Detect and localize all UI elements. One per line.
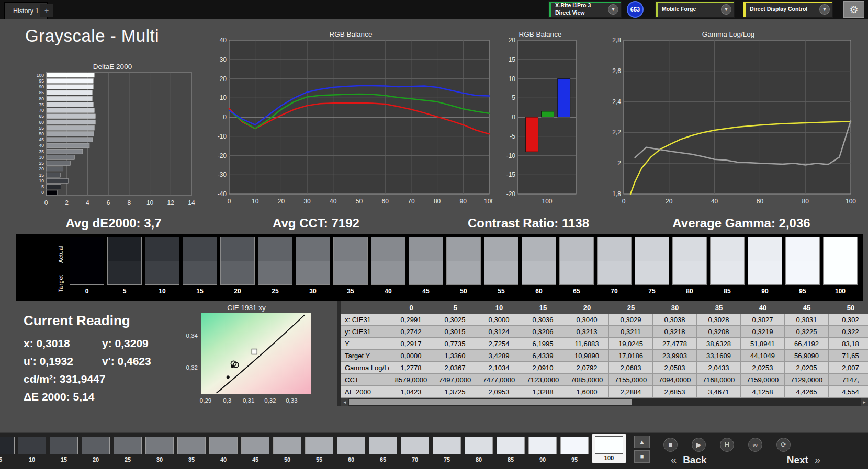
rgb-balance-line-chart: 0102030405060708090100-40-30-20-10010203… bbox=[208, 38, 493, 208]
pattern-level-button-85[interactable]: 85 bbox=[497, 437, 525, 463]
table-cell: 2,0792 bbox=[565, 362, 609, 374]
reading-count-badge[interactable]: 653 bbox=[627, 1, 644, 18]
table-cell: 7129,0000 bbox=[785, 374, 829, 386]
pattern-level-button-90[interactable]: 90 bbox=[528, 437, 557, 463]
pattern-level-button-30[interactable]: 30 bbox=[145, 437, 174, 463]
swatch-level-label: 70 bbox=[597, 288, 632, 295]
pattern-level-button-40[interactable]: 40 bbox=[209, 437, 238, 463]
table-row[interactable]: Y0,29170,77352,72546,199511,688319,02452… bbox=[341, 338, 868, 350]
workflow-accent-topline bbox=[656, 2, 734, 3]
avg-de2000-stat: Avg dE2000: 3,7 bbox=[65, 216, 161, 231]
back-chevrons-icon[interactable]: « bbox=[671, 454, 677, 466]
swatch-level-label: 45 bbox=[409, 288, 443, 295]
svg-text:95: 95 bbox=[39, 78, 44, 84]
pattern-level-button-60[interactable]: 60 bbox=[337, 437, 365, 463]
pattern-level-label: 85 bbox=[497, 456, 525, 463]
table-scrollbar[interactable]: ◄ ► bbox=[341, 398, 868, 406]
svg-text:-40: -40 bbox=[218, 190, 227, 198]
pattern-level-button-5[interactable]: 5 bbox=[0, 437, 15, 463]
table-column-header: 35 bbox=[697, 301, 741, 314]
table-cell: 2,0953 bbox=[477, 386, 521, 398]
scroll-up-button[interactable]: ▲ bbox=[634, 436, 650, 448]
table-cell: 0,2742 bbox=[389, 326, 433, 338]
pattern-level-button-50[interactable]: 50 bbox=[273, 437, 301, 463]
table-cell: 0,3225 bbox=[785, 326, 829, 338]
table-row-label: x: CIE31 bbox=[341, 314, 389, 326]
pattern-level-button-80[interactable]: 80 bbox=[465, 437, 493, 463]
table-cell: 0,3036 bbox=[521, 314, 565, 326]
pattern-level-button-75[interactable]: 75 bbox=[433, 437, 461, 463]
chevron-down-icon[interactable]: ▼ bbox=[608, 4, 618, 15]
pattern-level-button-55[interactable]: 55 bbox=[305, 437, 333, 463]
table-row[interactable]: CCT8579,00007497,00007477,00007123,00007… bbox=[341, 374, 868, 386]
stop-button[interactable]: ■ bbox=[663, 438, 678, 452]
pattern-level-button-70[interactable]: 70 bbox=[401, 437, 429, 463]
svg-text:0: 0 bbox=[228, 198, 231, 205]
pattern-level-button-65[interactable]: 65 bbox=[369, 437, 397, 463]
reading-y: y: 0,3209 bbox=[102, 337, 149, 350]
pattern-level-button-25[interactable]: 25 bbox=[114, 437, 142, 463]
grayscale-swatch-50: 50 bbox=[446, 237, 481, 301]
table-cell: 83,18 bbox=[829, 338, 868, 350]
scrollbar-thumb[interactable] bbox=[349, 399, 632, 405]
svg-text:0: 0 bbox=[223, 113, 227, 121]
table-row-label: CCT bbox=[341, 374, 389, 386]
pattern-level-label: 40 bbox=[209, 456, 238, 463]
grayscale-swatch-65: 65 bbox=[559, 237, 594, 301]
pattern-toolbar: 5101520253035404550556065707580859095100… bbox=[0, 432, 868, 469]
workflow-name: Mobile Forge bbox=[662, 6, 696, 13]
pattern-level-button-10[interactable]: 10 bbox=[18, 437, 46, 463]
table-cell: 19,0245 bbox=[609, 338, 653, 350]
pattern-level-label: 30 bbox=[145, 456, 174, 463]
pattern-level-button-45[interactable]: 45 bbox=[241, 437, 269, 463]
table-cell: 8579,0000 bbox=[389, 374, 433, 386]
svg-text:-10: -10 bbox=[218, 133, 227, 140]
table-row[interactable]: y: CIE310,27420,30150,31240,32060,32130,… bbox=[341, 326, 868, 338]
play-button[interactable]: ▶ bbox=[692, 438, 706, 452]
swatch-level-label: 20 bbox=[220, 288, 255, 295]
settings-button[interactable]: ⚙ bbox=[843, 1, 864, 18]
chevron-down-icon[interactable]: ▼ bbox=[819, 4, 830, 15]
table-row[interactable]: Target Y0,00001,33603,42896,433910,98901… bbox=[341, 350, 868, 362]
table-row[interactable]: Gamma Log/Log1,27782,03672,10342,09102,0… bbox=[341, 362, 868, 374]
svg-text:15: 15 bbox=[509, 56, 516, 63]
table-row[interactable]: x: CIE310,29910,30250,30000,30360,30400,… bbox=[341, 314, 868, 326]
svg-text:-5: -5 bbox=[510, 133, 515, 140]
swatch-level-label: 15 bbox=[183, 288, 217, 295]
table-cell: 2,0683 bbox=[609, 362, 653, 374]
pattern-window-button[interactable]: ■ bbox=[634, 450, 650, 463]
scroll-left-button[interactable]: ◄ bbox=[341, 398, 348, 406]
pattern-level-button-95[interactable]: 95 bbox=[560, 437, 589, 463]
chevron-down-icon[interactable]: ▼ bbox=[721, 4, 731, 15]
next-chevrons-icon[interactable]: » bbox=[815, 454, 820, 466]
svg-text:0,32: 0,32 bbox=[264, 397, 276, 404]
cie-1931-chart: 0,290,30,310,320,330,320,34 bbox=[178, 312, 315, 407]
pattern-level-button-15[interactable]: 15 bbox=[50, 437, 78, 463]
display-control-dropdown[interactable]: Direct Display Control ▼ bbox=[743, 1, 833, 18]
table-cell: 7159,0000 bbox=[741, 374, 785, 386]
pattern-level-button-100[interactable]: 100 bbox=[592, 434, 626, 463]
svg-text:2,8: 2,8 bbox=[612, 38, 621, 44]
reset-button[interactable]: ⟳ bbox=[776, 438, 791, 452]
table-row-label: Y bbox=[341, 338, 389, 350]
svg-text:0,31: 0,31 bbox=[243, 397, 254, 404]
table-cell: 1,6000 bbox=[565, 386, 609, 398]
capture-button[interactable]: H bbox=[720, 438, 734, 452]
svg-text:2: 2 bbox=[617, 159, 621, 167]
top-bar: History 1 + X-Rite i1Pro 3 Direct View ▼… bbox=[0, 0, 868, 19]
next-button[interactable]: Next bbox=[787, 454, 808, 466]
pattern-level-button-35[interactable]: 35 bbox=[177, 437, 206, 463]
continuous-button[interactable]: ∞ bbox=[748, 438, 762, 452]
scroll-right-button[interactable]: ► bbox=[861, 398, 868, 406]
table-row[interactable]: ΔE 20001,04231,37252,09531,32881,60002,2… bbox=[341, 386, 868, 398]
add-tab-button[interactable]: + bbox=[40, 4, 53, 17]
meter-dropdown[interactable]: X-Rite i1Pro 3 Direct View ▼ bbox=[548, 1, 622, 18]
workflow-dropdown[interactable]: Mobile Forge ▼ bbox=[655, 1, 735, 18]
reading-v: v': 0,4623 bbox=[102, 355, 151, 368]
pattern-level-label: 80 bbox=[465, 456, 493, 463]
swatch-level-label: 80 bbox=[672, 288, 707, 295]
back-button[interactable]: Back bbox=[683, 454, 706, 466]
pattern-swatch bbox=[82, 437, 110, 454]
pattern-level-button-20[interactable]: 20 bbox=[82, 437, 110, 463]
table-cell: 71,65 bbox=[829, 350, 868, 362]
